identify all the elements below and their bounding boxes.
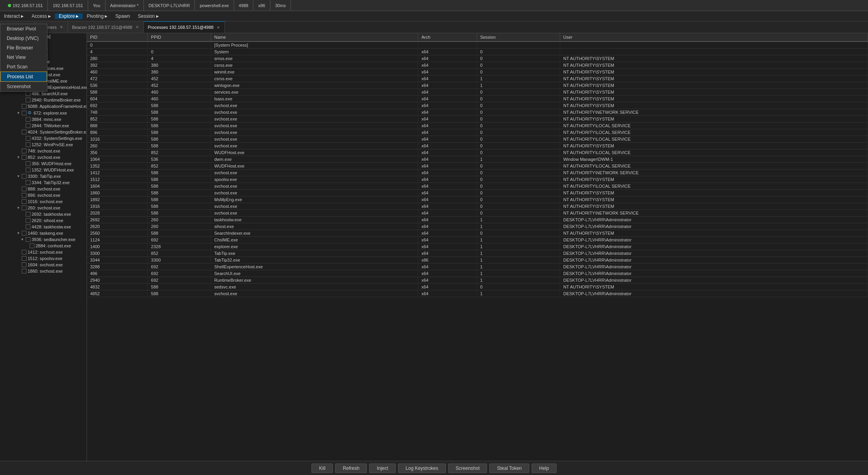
explore-file-browser[interactable]: File Browser bbox=[0, 43, 47, 53]
menu-pivoting[interactable]: Pivoting ▶ bbox=[83, 13, 111, 19]
tree-item[interactable]: 1860: svchost.exe bbox=[0, 268, 87, 274]
table-row[interactable]: 496692SearchUI.exex641DESKTOP-L7LVHRR\Ad… bbox=[87, 270, 868, 277]
tree-item[interactable]: 748: svchost.exe bbox=[0, 148, 87, 154]
table-row[interactable]: 1016588svchost.exex640NT AUTHORITY\LOCAL… bbox=[87, 136, 868, 143]
table-row[interactable]: 2804smss.exex640NT AUTHORITY\SYSTEM bbox=[87, 55, 868, 62]
table-row[interactable]: 392380csrss.exex640NT AUTHORITY\SYSTEM bbox=[87, 62, 868, 69]
explore-port-scan[interactable]: Port Scan bbox=[0, 62, 47, 72]
tab-beacon[interactable]: Beacon 192.168.57.151@4988 ✕ bbox=[68, 21, 143, 33]
col-ppid[interactable]: PPID bbox=[148, 33, 211, 41]
table-row[interactable]: 1916588svchost.exex640NT AUTHORITY\SYSTE… bbox=[87, 203, 868, 210]
col-name[interactable]: Name bbox=[211, 33, 418, 41]
table-row[interactable]: 4852588svchost.exex641DESKTOP-L7LVHRR\Ad… bbox=[87, 290, 868, 297]
table-row[interactable]: 1124692ChsIME.exex641DESKTOP-L7LVHRR\Adm… bbox=[87, 237, 868, 243]
table-row[interactable]: 14002328explorer.exex641DESKTOP-L7LVHRR\… bbox=[87, 243, 868, 250]
session-user[interactable]: You bbox=[88, 0, 106, 11]
tree-item[interactable]: 2940: RuntimeBroker.exe bbox=[0, 97, 87, 103]
tree-item[interactable]: ▼ 260: svchost.exe bbox=[0, 205, 87, 211]
session-hostname[interactable]: DESKTOP-L7LVHRR bbox=[144, 0, 195, 11]
tree-item[interactable]: 4428: taskhostw.exe bbox=[0, 224, 87, 230]
inject-button[interactable]: Inject bbox=[369, 464, 396, 473]
tree-item[interactable]: 2620: sihost.exe bbox=[0, 217, 87, 224]
refresh-button[interactable]: Refresh bbox=[335, 464, 367, 473]
menu-interact[interactable]: Interact ▶ bbox=[0, 13, 28, 19]
menu-explore[interactable]: Explore ▶ Browser Pivot Desktop (VNC) Fi… bbox=[55, 13, 83, 19]
table-row[interactable]: 2620260sihost.exex641DESKTOP-L7LVHRR\Adm… bbox=[87, 223, 868, 230]
table-row[interactable]: 356852WUDFHost.exex640NT AUTHORITY\LOCAL… bbox=[87, 149, 868, 156]
table-row[interactable]: 748588svchost.exex640NT AUTHORITY\NETWOR… bbox=[87, 109, 868, 116]
col-arch[interactable]: Arch bbox=[418, 33, 477, 41]
session-ip-left[interactable]: 192.168.57.151 bbox=[3, 0, 48, 11]
tree-item[interactable]: 4024: SystemSettingsBroker.exe bbox=[0, 129, 87, 135]
tree-item[interactable]: 3884: mmc.exe bbox=[0, 116, 87, 123]
tree-item[interactable]: 2844: TiWorker.exe bbox=[0, 123, 87, 129]
explore-desktop-vnc[interactable]: Desktop (VNC) bbox=[0, 34, 47, 43]
table-row[interactable]: 1352852WUDFHost.exex640NT AUTHORITY\LOCA… bbox=[87, 163, 868, 170]
table-row[interactable]: 3288692ShellExperienceHost.exex641DESKTO… bbox=[87, 264, 868, 270]
tree-item[interactable]: 4332: SystemSettings.exe bbox=[0, 135, 87, 141]
table-row[interactable]: 852588svchost.exex640NT AUTHORITY\SYSTEM bbox=[87, 116, 868, 123]
tree-item[interactable]: ▼ 1460: taskeng.exe bbox=[0, 230, 87, 236]
table-row[interactable]: 2560588SearchIndexer.exex640NT AUTHORITY… bbox=[87, 230, 868, 237]
table-row[interactable]: 2028588svchost.exex640NT AUTHORITY\NETWO… bbox=[87, 210, 868, 217]
tree-item[interactable]: 2884: conhost.exe bbox=[0, 243, 87, 249]
table-row[interactable]: 1512588spoolsv.exex640NT AUTHORITY\SYSTE… bbox=[87, 176, 868, 183]
tree-item[interactable]: 1604: svchost.exe bbox=[0, 262, 87, 268]
tree-item[interactable]: 1252: WmiPrvSE.exe bbox=[0, 141, 87, 148]
table-row[interactable]: 4832588sedsvc.exex640NT AUTHORITY\SYSTEM bbox=[87, 284, 868, 290]
col-pid[interactable]: PID bbox=[87, 33, 148, 41]
kill-button[interactable]: Kill bbox=[311, 464, 333, 473]
tree-item[interactable]: 1352: WUDFHost.exe bbox=[0, 167, 87, 173]
tree-item[interactable]: 1412: svchost.exe bbox=[0, 249, 87, 255]
steal-token-button[interactable]: Steal Token bbox=[489, 464, 529, 473]
session-process[interactable]: powershell.exe bbox=[195, 0, 234, 11]
tree-item[interactable]: 3344: TabTip32.exe bbox=[0, 179, 87, 186]
tree-item[interactable]: 1016: svchost.exe bbox=[0, 198, 87, 205]
tree-item[interactable]: 5088: ApplicationFrameHost.exe bbox=[0, 103, 87, 109]
session-admin[interactable]: Administrator * bbox=[106, 0, 144, 11]
explore-process-list[interactable]: Process List bbox=[0, 72, 47, 82]
table-row[interactable]: 604460lsass.exex640NT AUTHORITY\SYSTEM bbox=[87, 96, 868, 102]
table-row[interactable]: 0[System Process] bbox=[87, 41, 868, 49]
col-session[interactable]: Session bbox=[477, 33, 560, 41]
table-row[interactable]: 692588svchost.exex640NT AUTHORITY\SYSTEM bbox=[87, 102, 868, 109]
table-row[interactable]: 3300852TabTip.exex641DESKTOP-L7LVHRR\Adm… bbox=[87, 250, 868, 257]
explore-net-view[interactable]: Net View bbox=[0, 53, 47, 62]
table-row[interactable]: 33443300TabTip32.exex861DESKTOP-L7LVHRR\… bbox=[87, 257, 868, 264]
table-row[interactable]: 1412588svchost.exex640NT AUTHORITY\NETWO… bbox=[87, 170, 868, 176]
session-pid[interactable]: 4988 bbox=[234, 0, 253, 11]
tree-item[interactable]: ▼ ⚙ 672: explorer.exe bbox=[0, 109, 87, 116]
table-row[interactable]: 1860588svchost.exex640NT AUTHORITY\SYSTE… bbox=[87, 190, 868, 196]
tree-item[interactable]: ▼ 852: svchost.exe bbox=[0, 154, 87, 160]
explore-screenshot[interactable]: Screenshot bbox=[0, 82, 47, 91]
table-row[interactable]: 460380wininit.exex640NT AUTHORITY\SYSTEM bbox=[87, 69, 868, 75]
table-row[interactable]: 260588svchost.exex640NT AUTHORITY\SYSTEM bbox=[87, 143, 868, 149]
session-arch[interactable]: x86 bbox=[253, 0, 270, 11]
menu-spawn[interactable]: Spawn bbox=[111, 13, 134, 19]
table-row[interactable]: 40Systemx640 bbox=[87, 49, 868, 55]
tree-item[interactable]: ▼ 3936: sedlauncher.exe bbox=[0, 236, 87, 243]
help-button[interactable]: Help bbox=[532, 464, 557, 473]
close-tab-processes[interactable]: ✕ bbox=[216, 25, 221, 30]
close-tab-listeners[interactable]: ✕ bbox=[59, 25, 64, 29]
menu-access[interactable]: Access ▶ bbox=[28, 13, 55, 19]
tree-item[interactable]: 1512: spoolsv.exe bbox=[0, 255, 87, 262]
table-row[interactable]: 1604588svchost.exex640NT AUTHORITY\LOCAL… bbox=[87, 183, 868, 190]
table-row[interactable]: 2692260taskhostw.exex641DESKTOP-L7LVHRR\… bbox=[87, 217, 868, 223]
close-tab-beacon[interactable]: ✕ bbox=[135, 25, 140, 29]
tree-item[interactable]: ▼ 3300: TabTip.exe bbox=[0, 173, 87, 179]
log-keystrokes-button[interactable]: Log Keystrokes bbox=[398, 464, 446, 473]
tree-item[interactable]: 2692: taskhostw.exe bbox=[0, 211, 87, 217]
tree-item[interactable]: 888: svchost.exe bbox=[0, 186, 87, 192]
menu-session[interactable]: Session ▶ bbox=[134, 13, 163, 19]
tree-item[interactable]: 356: WUDFHost.exe bbox=[0, 160, 87, 167]
session-ip-right[interactable]: 192.168.57.151 bbox=[48, 0, 88, 11]
table-row[interactable]: 1064536dwm.exex641Window Manager\DWM-1 bbox=[87, 156, 868, 163]
tree-item[interactable]: 896: svchost.exe bbox=[0, 192, 87, 198]
table-row[interactable]: 896588svchost.exex640NT AUTHORITY\LOCAL … bbox=[87, 129, 868, 136]
table-row[interactable]: 1892588MsMpEng.exex640NT AUTHORITY\SYSTE… bbox=[87, 196, 868, 203]
session-time[interactable]: 30ms bbox=[270, 0, 291, 11]
screenshot-button[interactable]: Screenshot bbox=[448, 464, 487, 473]
table-row[interactable]: 2940692RuntimeBroker.exex641DESKTOP-L7LV… bbox=[87, 277, 868, 284]
col-user[interactable]: User bbox=[560, 33, 868, 41]
